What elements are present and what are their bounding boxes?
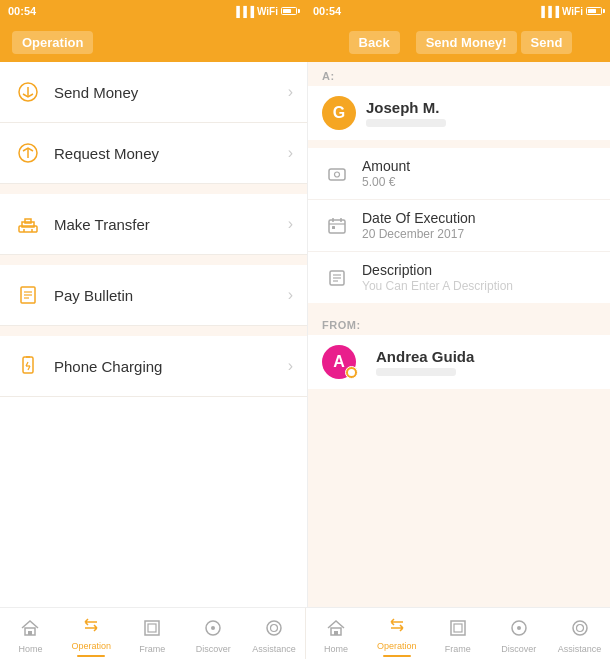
operation2-nav-icon — [388, 616, 406, 639]
date-value: 20 December 2017 — [362, 227, 596, 241]
nav-item-assistance2[interactable]: Assistance — [549, 608, 610, 659]
nav-item-home2[interactable]: Home — [306, 608, 367, 659]
nav-discover2-label: Discover — [501, 644, 536, 654]
amount-label: Amount — [362, 158, 596, 174]
description-content: Description You Can Enter A Description — [362, 262, 596, 293]
bottom-nav-container: Home Operation Frame Discover Assista — [0, 607, 610, 659]
sender-row: A Andrea Guida — [308, 335, 610, 389]
operation-button[interactable]: Operation — [12, 31, 93, 54]
back-button[interactable]: Back — [349, 31, 400, 54]
request-money-chevron: › — [288, 144, 293, 162]
nav-operation-label: Operation — [72, 641, 112, 651]
svg-rect-13 — [23, 357, 33, 373]
make-transfer-icon — [14, 210, 42, 238]
menu-item-send-money[interactable]: Send Money › — [0, 62, 307, 123]
nav-item-discover2[interactable]: Discover — [488, 608, 549, 659]
svg-point-35 — [267, 621, 281, 635]
svg-point-34 — [211, 626, 215, 630]
sender-avatar-container: A — [322, 345, 356, 379]
assistance2-icon — [571, 619, 589, 642]
svg-rect-39 — [451, 621, 465, 635]
nav-home2-label: Home — [324, 644, 348, 654]
svg-rect-20 — [329, 220, 345, 233]
send-money-nav-button[interactable]: Send Money! — [416, 31, 517, 54]
menu-item-make-transfer[interactable]: Make Transfer › — [0, 194, 307, 255]
menu-separator-2 — [0, 255, 307, 265]
description-row[interactable]: Description You Can Enter A Description — [308, 252, 610, 303]
wifi-left-icon: WiFi — [257, 6, 278, 17]
svg-point-36 — [271, 625, 278, 632]
right-panel: A: G Joseph M. — [308, 62, 610, 607]
operation-nav-icon — [82, 616, 100, 639]
menu-separator-1 — [0, 184, 307, 194]
nav-operation2-label: Operation — [377, 641, 417, 651]
nav-item-assistance[interactable]: Assistance — [244, 608, 305, 659]
from-label: FROM: — [308, 311, 610, 335]
sender-name: Andrea Guida — [376, 348, 596, 365]
nav-assistance2-label: Assistance — [558, 644, 602, 654]
date-content: Date Of Execution 20 December 2017 — [362, 210, 596, 241]
svg-rect-40 — [454, 624, 462, 632]
nav-operation2-indicator — [383, 655, 411, 657]
nav-bar-left: Operation — [0, 22, 311, 62]
svg-point-44 — [576, 625, 583, 632]
send-money-icon — [14, 78, 42, 106]
svg-point-42 — [517, 626, 521, 630]
menu-item-request-money[interactable]: Request Money › — [0, 123, 307, 184]
sender-badge — [345, 366, 358, 379]
sender-id — [376, 368, 456, 376]
home2-icon — [327, 619, 345, 642]
svg-rect-6 — [25, 219, 31, 223]
menu-separator-3 — [0, 326, 307, 336]
to-label: A: — [308, 62, 610, 86]
svg-rect-32 — [148, 624, 156, 632]
send-button[interactable]: Send — [521, 31, 573, 54]
menu-item-phone-charging[interactable]: Phone Charging › — [0, 336, 307, 397]
recipient-row: G Joseph M. — [308, 86, 610, 140]
phone-charging-icon — [14, 352, 42, 380]
make-transfer-chevron: › — [288, 215, 293, 233]
svg-point-19 — [335, 172, 340, 177]
amount-icon — [322, 159, 352, 189]
description-icon — [322, 263, 352, 293]
nav-item-operation[interactable]: Operation — [61, 608, 122, 659]
wifi-right-icon: WiFi — [562, 6, 583, 17]
nav-item-frame2[interactable]: Frame — [427, 608, 488, 659]
request-money-icon — [14, 139, 42, 167]
sender-name-block: Andrea Guida — [376, 348, 596, 376]
discover2-icon — [510, 619, 528, 642]
svg-rect-24 — [332, 226, 335, 229]
nav-item-home[interactable]: Home — [0, 608, 61, 659]
sender-badge-icon — [348, 369, 355, 376]
nav-home-label: Home — [18, 644, 42, 654]
send-money-label: Send Money — [54, 84, 288, 101]
svg-point-43 — [573, 621, 587, 635]
recipient-card: G Joseph M. — [308, 86, 610, 140]
assistance-icon — [265, 619, 283, 642]
amount-row: Amount 5.00 € — [308, 148, 610, 200]
recipient-id — [366, 119, 446, 127]
nav-discover-label: Discover — [196, 644, 231, 654]
nav-item-operation2[interactable]: Operation — [366, 608, 427, 659]
nav-item-frame[interactable]: Frame — [122, 608, 183, 659]
recipient-avatar: G — [322, 96, 356, 130]
make-transfer-label: Make Transfer — [54, 216, 288, 233]
svg-rect-38 — [334, 631, 338, 635]
svg-rect-30 — [28, 631, 32, 635]
nav-item-discover[interactable]: Discover — [183, 608, 244, 659]
frame-icon — [143, 619, 161, 642]
bottom-nav-right: Home Operation Frame Discover Assista — [306, 608, 611, 659]
amount-content: Amount 5.00 € — [362, 158, 596, 189]
sender-card: A Andrea Guida — [308, 335, 610, 389]
date-icon — [322, 211, 352, 241]
pay-bulletin-label: Pay Bulletin — [54, 287, 288, 304]
menu-item-pay-bulletin[interactable]: Pay Bulletin › — [0, 265, 307, 326]
left-menu: Send Money › Request Money › — [0, 62, 308, 607]
request-money-label: Request Money — [54, 145, 288, 162]
recipient-name-block: Joseph M. — [366, 99, 596, 127]
bottom-nav-left: Home Operation Frame Discover Assista — [0, 608, 306, 659]
date-row: Date Of Execution 20 December 2017 — [308, 200, 610, 252]
pay-bulletin-chevron: › — [288, 286, 293, 304]
time-right: 00:54 — [313, 5, 341, 17]
pay-bulletin-icon — [14, 281, 42, 309]
